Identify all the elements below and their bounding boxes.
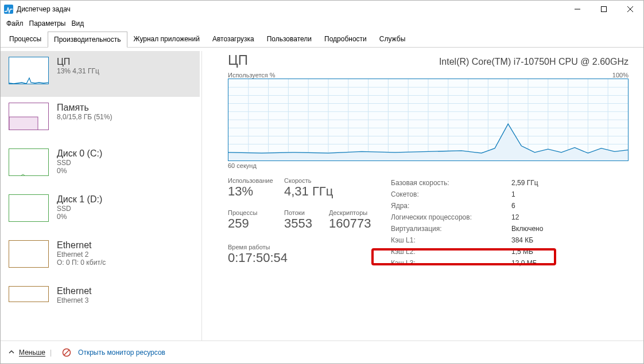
menu-file[interactable]: Файл (6, 19, 24, 28)
window-title: Диспетчер задач (17, 5, 71, 13)
less-button[interactable]: Меньше (19, 349, 45, 357)
chart-util-label: Используется % (228, 72, 276, 79)
virt-value: Включено (511, 225, 543, 233)
tab-startup[interactable]: Автозагрузка (206, 31, 261, 47)
sidebar-item-memory[interactable]: Память 8,0/15,8 ГБ (51%) (1, 97, 200, 143)
l2-label: Кэш L2: (391, 248, 511, 256)
tab-processes[interactable]: Процессы (3, 31, 48, 47)
chart-util-max: 100% (612, 72, 629, 79)
svg-rect-2 (602, 7, 607, 12)
open-resource-monitor-link[interactable]: Открыть монитор ресурсов (78, 349, 165, 357)
cpu-model: Intel(R) Core(TM) i7-10750H CPU @ 2.60GH… (439, 57, 629, 67)
l2-value: 1,5 МБ (511, 248, 533, 256)
sidebar-item-label: Ethernet (57, 240, 106, 251)
sidebar-item-sub: Ethernet 2 (57, 251, 106, 259)
processes-value: 259 (228, 216, 284, 231)
sidebar-item-disk1[interactable]: Диск 1 (D:) SSD 0% (1, 189, 200, 234)
page-title: ЦП (228, 52, 248, 68)
sidebar-scrollbar[interactable] (201, 51, 213, 340)
base-speed-label: Базовая скорость: (391, 179, 511, 187)
footer: Меньше | Открыть монитор ресурсов (1, 340, 643, 363)
threads-label: Потоки (284, 209, 329, 216)
menu-view[interactable]: Вид (71, 19, 84, 28)
svg-rect-5 (9, 117, 38, 130)
sidebar-item-label: Ethernet (57, 286, 91, 296)
l1-value: 384 КБ (511, 236, 533, 244)
chart-time-axis: 60 секунд (228, 162, 257, 169)
l3-value: 12,0 МБ (511, 259, 537, 267)
collapse-toggle[interactable] (9, 349, 14, 357)
uptime-label: Время работы (228, 244, 377, 251)
cpu-sparkline (9, 57, 49, 84)
app-icon (4, 5, 13, 14)
tab-services[interactable]: Службы (373, 31, 412, 47)
maximize-button[interactable] (591, 1, 617, 18)
threads-value: 3553 (284, 216, 329, 231)
virt-label: Виртуализация: (391, 225, 511, 233)
base-speed-value: 2,59 ГГц (511, 179, 538, 187)
main-panel: ЦП Intel(R) Core(TM) i7-10750H CPU @ 2.6… (213, 48, 643, 340)
usage-label: Использование (228, 177, 284, 184)
processes-label: Процессы (228, 209, 284, 216)
sidebar-item-sub2: 0% (57, 213, 102, 221)
tab-users[interactable]: Пользователи (261, 31, 318, 47)
speed-value: 4,31 ГГц (284, 184, 391, 199)
tab-details[interactable]: Подробности (318, 31, 373, 47)
svg-line-37 (64, 350, 69, 355)
sidebar-item-ethernet2[interactable]: Ethernet Ethernet 2 О: 0 П: 0 кбит/с (1, 234, 200, 280)
sockets-label: Сокетов: (391, 190, 511, 198)
sidebar-item-ethernet3[interactable]: Ethernet Ethernet 3 (1, 280, 200, 306)
handles-value: 160773 (329, 216, 391, 231)
cores-value: 6 (511, 202, 515, 210)
sidebar-item-sub: SSD (57, 205, 102, 213)
chevron-up-icon (9, 349, 14, 355)
speed-label: Скорость (284, 177, 391, 184)
tab-apphistory[interactable]: Журнал приложений (127, 31, 206, 47)
menu-options[interactable]: Параметры (29, 19, 66, 28)
sidebar-item-label: Память (57, 103, 112, 113)
sidebar-item-sub: 13% 4,31 ГГц (57, 67, 99, 75)
uptime-value: 0:17:50:54 (228, 251, 377, 265)
lp-label: Логических процессоров: (391, 213, 511, 221)
l3-label: Кэш L3: (391, 259, 511, 267)
menubar: Файл Параметры Вид (1, 18, 643, 31)
eth2-sparkline (9, 240, 49, 268)
eth3-sparkline (9, 286, 49, 302)
sidebar-item-sub: Ethernet 3 (57, 296, 91, 304)
cores-label: Ядра: (391, 202, 511, 210)
lp-value: 12 (511, 213, 519, 221)
sidebar-item-sub2: 0% (57, 167, 102, 175)
disk1-sparkline (9, 194, 49, 222)
sidebar-item-label: ЦП (57, 57, 99, 67)
tab-bar: Процессы Производительность Журнал прило… (1, 31, 643, 48)
usage-value: 13% (228, 184, 284, 199)
sidebar: ЦП 13% 4,31 ГГц Память 8,0/15,8 ГБ (51%) (1, 48, 213, 340)
titlebar: Диспетчер задач (1, 1, 643, 18)
sidebar-item-disk0[interactable]: Диск 0 (C:) SSD 0% (1, 143, 200, 189)
sidebar-item-label: Диск 1 (D:) (57, 194, 102, 205)
memory-sparkline (9, 103, 49, 130)
sidebar-item-label: Диск 0 (C:) (57, 148, 102, 159)
close-button[interactable] (617, 1, 643, 18)
sidebar-item-sub: 8,0/15,8 ГБ (51%) (57, 113, 112, 121)
sidebar-item-sub2: О: 0 П: 0 кбит/с (57, 259, 106, 267)
l1-label: Кэш L1: (391, 236, 511, 244)
cpu-usage-chart (228, 79, 629, 161)
disk0-sparkline (9, 148, 49, 176)
sockets-value: 1 (511, 190, 515, 198)
footer-separator: | (50, 349, 52, 357)
tab-performance[interactable]: Производительность (48, 32, 127, 48)
handles-label: Дескрипторы (329, 209, 391, 216)
resource-monitor-icon (62, 348, 71, 357)
minimize-button[interactable] (564, 1, 591, 18)
sidebar-item-cpu[interactable]: ЦП 13% 4,31 ГГц (1, 51, 200, 97)
sidebar-item-sub: SSD (57, 159, 102, 167)
